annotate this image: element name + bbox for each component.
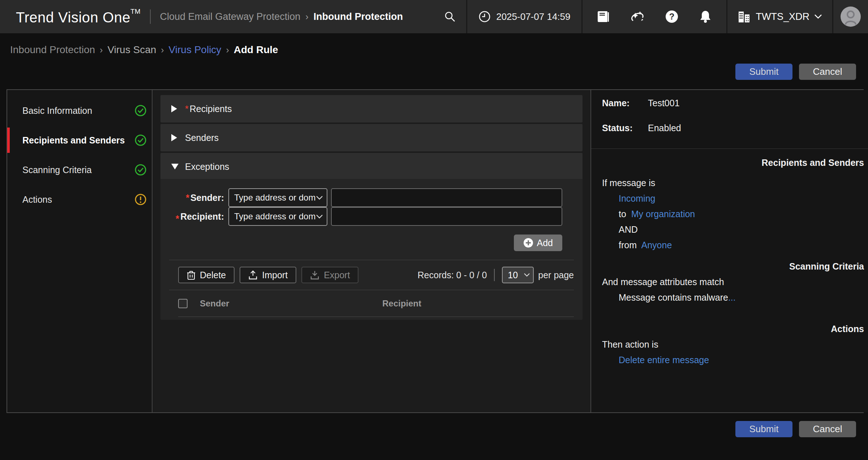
sender-label: *Sender: (167, 193, 224, 203)
caret-right-icon (171, 134, 177, 141)
exceptions-form: *Sender: Type address or domain * Recipi… (160, 179, 583, 226)
status-complete-icon (134, 134, 147, 146)
select-value: Type address or domain (234, 193, 316, 203)
breadcrumb-separator: › (305, 12, 308, 22)
datetime-selector[interactable]: 2025-07-07 14:59 (467, 0, 581, 33)
datetime-text: 2025-07-07 14:59 (496, 11, 570, 22)
criteria-text: Message contains malware (619, 292, 728, 302)
user-avatar[interactable] (841, 7, 861, 27)
summary-heading-scanning: Scanning Criteria (602, 261, 864, 272)
organization-buildings-icon (738, 10, 751, 23)
sidebar-item-scanning-criteria[interactable]: Scanning Criteria (7, 155, 152, 185)
accordion-exceptions[interactable]: Exceptions (160, 153, 583, 180)
per-page-label: per page (538, 270, 574, 280)
exceptions-toolbar: Delete Import Export Records: 0 - 0 / 0 … (178, 260, 574, 290)
whats-new-sparkles-icon[interactable] (630, 10, 645, 23)
select-value: Type address or domain (234, 211, 316, 222)
accordion-title: Exceptions (185, 162, 229, 172)
status-value: Enabled (648, 123, 681, 133)
sender-address-input[interactable] (331, 188, 562, 207)
anyone-link[interactable]: Anyone (641, 240, 672, 250)
sidebar-item-actions[interactable]: Actions (7, 185, 152, 214)
delete-button-label: Delete (200, 270, 226, 280)
sidebar-item-basic-information[interactable]: Basic Information (7, 96, 152, 125)
top-actions-row: Submit Cancel (0, 64, 868, 80)
divider (494, 269, 495, 281)
trash-icon (187, 270, 195, 280)
add-button[interactable]: Add (514, 235, 562, 251)
submit-button[interactable]: Submit (735, 64, 792, 80)
breadcrumb-link-virus-policy[interactable]: Virus Policy (169, 44, 222, 56)
notifications-bell-icon[interactable] (699, 10, 712, 23)
summary-heading-actions: Actions (602, 324, 864, 334)
breadcrumb-item-virus-scan: Virus Scan (107, 44, 156, 56)
import-button[interactable]: Import (240, 267, 296, 283)
select-all-checkbox[interactable] (178, 299, 188, 308)
breadcrumb-current-add-rule: Add Rule (234, 44, 278, 56)
column-header-sender: Sender (200, 298, 382, 309)
accordion-recipients[interactable]: * Recipients (160, 95, 583, 122)
breadcrumb-separator: › (161, 45, 164, 55)
records-count: Records: 0 - 0 / 0 (418, 270, 487, 280)
product-logo[interactable]: Trend Vision OneTM (16, 8, 141, 26)
sidebar-item-label: Actions (22, 194, 134, 205)
divider (591, 149, 868, 149)
plus-circle-icon (523, 238, 533, 248)
from-text: from (619, 240, 637, 250)
chevron-down-icon (814, 14, 822, 19)
topbar-breadcrumb: Cloud Email Gateway Protection › Inbound… (160, 11, 403, 22)
sidebar-item-label: Scanning Criteria (22, 165, 134, 175)
cancel-button[interactable]: Cancel (799, 421, 856, 437)
chevron-down-icon (316, 195, 323, 200)
recipient-row: Recipient: Type address or domain (167, 207, 562, 226)
name-label: Name: (602, 98, 648, 108)
sidebar-item-recipients-and-senders[interactable]: Recipients and Senders (7, 125, 152, 155)
help-icon[interactable]: ? (665, 10, 679, 23)
recipient-address-input[interactable] (331, 207, 562, 226)
export-button[interactable]: Export (301, 267, 358, 283)
select-value: 10 (508, 270, 524, 280)
status-complete-icon (134, 104, 147, 117)
chevron-down-icon (524, 273, 530, 277)
caret-right-icon (171, 105, 177, 112)
tenant-selector[interactable]: TWTS_XDR (727, 0, 833, 33)
submit-button[interactable]: Submit (735, 421, 792, 437)
summary-attributes-match: And message attributes match (602, 276, 864, 287)
clock-icon (478, 10, 491, 23)
summary-heading-recipients: Recipients and Senders (602, 158, 864, 168)
upload-icon (248, 270, 258, 280)
add-rule-panel: Basic Information Recipients and Senders… (7, 89, 864, 413)
breadcrumb-separator: › (226, 45, 229, 55)
sidebar-item-label: Recipients and Senders (22, 135, 134, 146)
criteria-more-link[interactable]: ... (728, 292, 736, 302)
and-text: AND (602, 224, 864, 235)
tenant-name: TWTS_XDR (756, 11, 810, 22)
status-label: Status: (602, 123, 648, 133)
summary-then-action: Then action is (602, 339, 864, 350)
name-value: Test001 (648, 98, 680, 108)
sender-type-select[interactable]: Type address or domain (228, 188, 327, 207)
add-button-label: Add (537, 238, 553, 248)
release-notes-icon[interactable] (597, 10, 610, 23)
exceptions-body: *Sender: Type address or domain * Recipi… (160, 179, 583, 320)
status-complete-icon (134, 164, 147, 176)
topbar-divider (150, 9, 151, 24)
topbar-app-name: Cloud Email Gateway Protection (160, 11, 301, 22)
trademark-symbol: TM (130, 8, 140, 15)
search-icon[interactable] (444, 10, 466, 23)
incoming-link[interactable]: Incoming (619, 193, 655, 203)
recipient-type-select[interactable]: Type address or domain (228, 207, 327, 226)
my-organization-link[interactable]: My organization (631, 209, 695, 219)
rule-edit-panel: * Recipients Senders Exceptions *Sender:… (152, 90, 591, 412)
sidebar-item-label: Basic Information (22, 106, 134, 116)
accordion-senders[interactable]: Senders (160, 124, 583, 151)
page-size-select[interactable]: 10 (502, 267, 534, 283)
export-button-label: Export (324, 270, 350, 280)
delete-button[interactable]: Delete (178, 267, 235, 283)
cancel-button[interactable]: Cancel (799, 64, 856, 80)
svg-text:?: ? (669, 12, 674, 21)
accordion-title: Senders (185, 133, 219, 143)
delete-entire-message-link[interactable]: Delete entire message (619, 355, 709, 365)
summary-if-message-is: If message is (602, 177, 864, 188)
import-button-label: Import (262, 270, 288, 280)
